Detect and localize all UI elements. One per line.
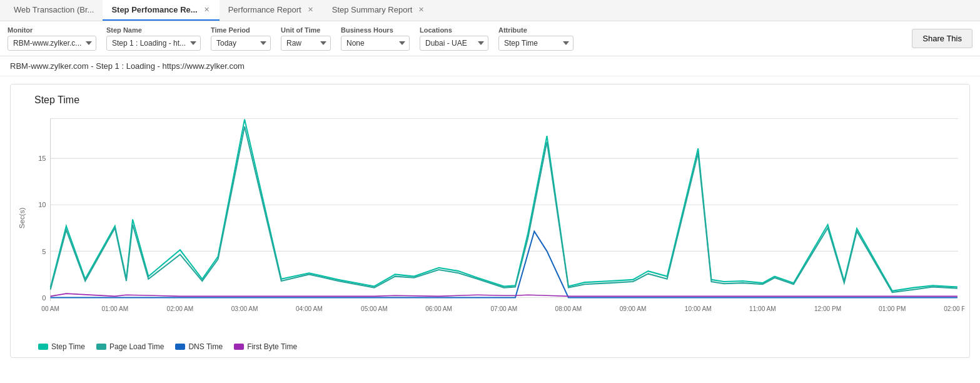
locations-label: Locations (420, 26, 488, 34)
filter-bar: Monitor RBM-www.zylker.c... Step Name St… (0, 21, 980, 56)
legend-color-page-load-time (96, 344, 106, 350)
svg-text:07:00 AM: 07:00 AM (490, 305, 517, 312)
legend-label-dns-time: DNS Time (188, 342, 223, 351)
legend-color-dns-time (175, 344, 185, 350)
business-hours-filter-group: Business Hours None Custom (341, 26, 410, 51)
svg-text:06:00 AM: 06:00 AM (425, 305, 452, 312)
tab-performance-report[interactable]: Performance Report ✕ (220, 0, 323, 21)
svg-text:12:00 PM: 12:00 PM (814, 305, 841, 312)
svg-text:02:00 PM: 02:00 PM (944, 305, 964, 312)
attribute-select[interactable]: Step Time Page Load Time DNS Time First … (498, 36, 573, 51)
svg-text:03:00 AM: 03:00 AM (231, 305, 258, 312)
svg-text:04:00 AM: 04:00 AM (296, 305, 323, 312)
time-period-filter-group: Time Period Today Yesterday Last 7 Days (211, 26, 271, 51)
svg-text:01:00 PM: 01:00 PM (879, 305, 906, 312)
tab-close-step-summary[interactable]: ✕ (417, 6, 425, 14)
monitor-select[interactable]: RBM-www.zylker.c... (8, 36, 96, 51)
chart-svg: 0 5 10 15 Sec(s) 00 AM 01:00 AM 02:00 AM… (16, 112, 964, 337)
svg-text:10: 10 (38, 201, 46, 208)
legend-color-step-time (38, 344, 48, 350)
attribute-filter-group: Attribute Step Time Page Load Time DNS T… (498, 26, 573, 51)
tab-label-performance-report: Performance Report (228, 5, 301, 14)
monitor-label: Monitor (8, 26, 96, 34)
attribute-label: Attribute (498, 26, 573, 34)
svg-text:Sec(s): Sec(s) (18, 207, 26, 228)
legend-label-page-load-time: Page Load Time (109, 342, 164, 351)
svg-text:08:00 AM: 08:00 AM (555, 305, 582, 312)
svg-text:10:00 AM: 10:00 AM (685, 305, 712, 312)
legend-dns-time: DNS Time (175, 342, 223, 351)
tab-label-web-transaction: Web Transaction (Br... (14, 5, 94, 14)
tab-close-step-performance[interactable]: ✕ (203, 6, 211, 14)
chart-area: 0 5 10 15 Sec(s) 00 AM 01:00 AM 02:00 AM… (16, 112, 964, 337)
svg-text:0: 0 (42, 294, 46, 301)
step-name-filter-group: Step Name Step 1 : Loading - ht... (106, 26, 201, 51)
svg-text:5: 5 (42, 247, 46, 255)
locations-filter-group: Locations Dubai - UAE (420, 26, 488, 51)
legend-label-first-byte-time: First Byte Time (247, 342, 297, 351)
business-hours-label: Business Hours (341, 26, 410, 34)
monitor-filter-group: Monitor RBM-www.zylker.c... (8, 26, 96, 51)
unit-of-time-select[interactable]: Raw Hourly Daily (281, 36, 331, 51)
svg-text:11:00 AM: 11:00 AM (749, 305, 776, 312)
business-hours-select[interactable]: None Custom (341, 36, 410, 51)
svg-text:09:00 AM: 09:00 AM (620, 305, 647, 312)
legend-first-byte-time: First Byte Time (234, 342, 297, 351)
svg-text:00 AM: 00 AM (41, 305, 59, 312)
time-period-select[interactable]: Today Yesterday Last 7 Days (211, 36, 271, 51)
legend-label-step-time: Step Time (51, 342, 85, 351)
step-name-select[interactable]: Step 1 : Loading - ht... (106, 36, 201, 51)
svg-text:02:00 AM: 02:00 AM (167, 305, 194, 312)
tab-step-performance[interactable]: Step Perfomance Re... ✕ (103, 0, 219, 21)
legend-page-load-time: Page Load Time (96, 342, 164, 351)
svg-text:05:00 AM: 05:00 AM (361, 305, 388, 312)
step-name-label: Step Name (106, 26, 201, 34)
tab-web-transaction[interactable]: Web Transaction (Br... (5, 0, 103, 21)
svg-text:15: 15 (38, 155, 46, 162)
tab-label-step-summary: Step Summary Report (332, 5, 413, 14)
tab-close-performance-report[interactable]: ✕ (306, 6, 315, 14)
legend-step-time: Step Time (38, 342, 85, 351)
chart-title: Step Time (34, 94, 964, 106)
unit-of-time-filter-group: Unit of Time Raw Hourly Daily (281, 26, 331, 51)
unit-of-time-label: Unit of Time (281, 26, 331, 34)
share-button[interactable]: Share This (912, 29, 972, 48)
tab-step-summary[interactable]: Step Summary Report ✕ (323, 0, 435, 21)
time-period-label: Time Period (211, 26, 271, 34)
locations-select[interactable]: Dubai - UAE (420, 36, 488, 51)
tab-label-step-performance: Step Perfomance Re... (111, 5, 197, 14)
svg-text:01:00 AM: 01:00 AM (101, 305, 128, 312)
chart-legend: Step Time Page Load Time DNS Time First … (38, 342, 964, 351)
chart-container: Step Time 0 5 10 15 Sec(s) 00 AM 01:00 A… (10, 84, 970, 358)
legend-color-first-byte-time (234, 344, 244, 350)
chart-subtitle: RBM-www.zylker.com - Step 1 : Loading - … (0, 56, 980, 76)
tab-bar: Web Transaction (Br... Step Perfomance R… (0, 0, 980, 21)
